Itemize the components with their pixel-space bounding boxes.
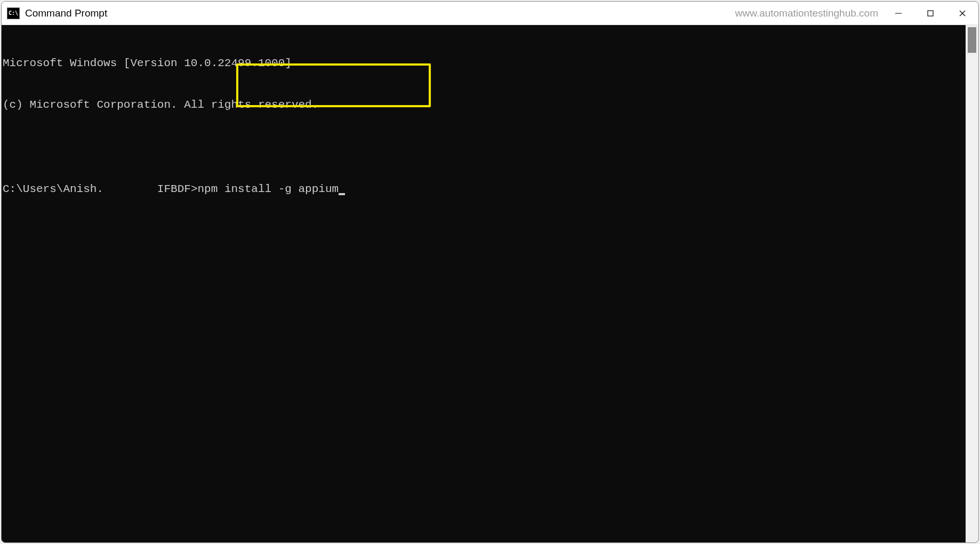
terminal-output[interactable]: Microsoft Windows [Version 10.0.22499.10…	[2, 25, 966, 542]
command-prompt-window: C:\ Command Prompt www.automationtesting…	[1, 1, 979, 543]
prompt-host: IFBDF	[157, 183, 191, 195]
terminal-area: Microsoft Windows [Version 10.0.22499.10…	[2, 25, 978, 542]
close-button[interactable]	[946, 2, 978, 25]
blank-line	[3, 140, 965, 154]
scrollbar-track[interactable]	[966, 25, 978, 542]
version-line: Microsoft Windows [Version 10.0.22499.10…	[3, 57, 965, 70]
typed-command: npm install -g appium	[197, 183, 339, 195]
maximize-button[interactable]	[914, 2, 946, 25]
cmd-icon: C:\	[7, 7, 20, 19]
prompt-line: C:\Users\Anish. IFBDF>npm install -g app…	[3, 182, 965, 196]
scrollbar-thumb[interactable]	[968, 27, 976, 53]
copyright-line: (c) Microsoft Corporation. All rights re…	[3, 98, 965, 112]
titlebar[interactable]: C:\ Command Prompt www.automationtesting…	[2, 2, 978, 25]
svg-rect-1	[928, 11, 933, 16]
window-title: Command Prompt	[25, 7, 107, 19]
prompt-path: C:\Users\Anish.	[3, 183, 103, 195]
minimize-button[interactable]	[882, 2, 914, 25]
window-controls	[882, 2, 978, 25]
watermark-text: www.automationtestinghub.com	[735, 7, 878, 19]
cursor	[339, 193, 345, 195]
